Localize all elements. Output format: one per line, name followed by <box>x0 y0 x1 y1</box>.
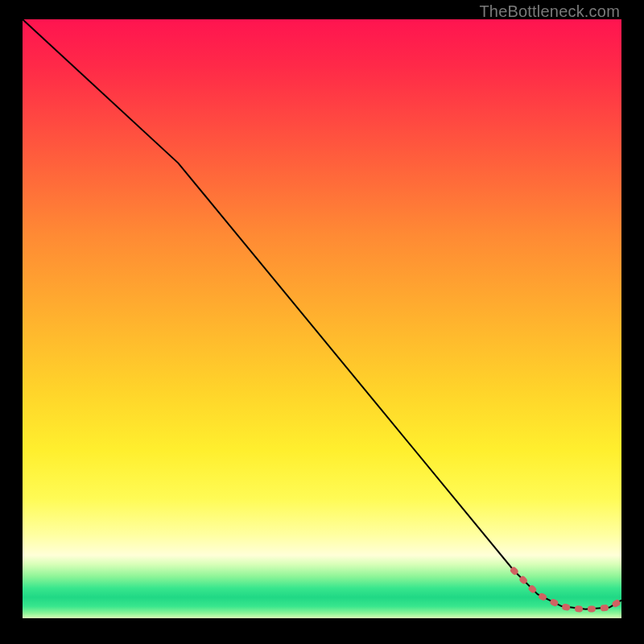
chart-frame: TheBottleneck.com <box>0 0 644 644</box>
plot-area <box>23 19 621 618</box>
bottleneck-curve-dots <box>514 571 621 609</box>
bottleneck-curve-line <box>23 19 621 609</box>
curve-svg <box>23 19 621 618</box>
watermark-text: TheBottleneck.com <box>479 2 620 21</box>
